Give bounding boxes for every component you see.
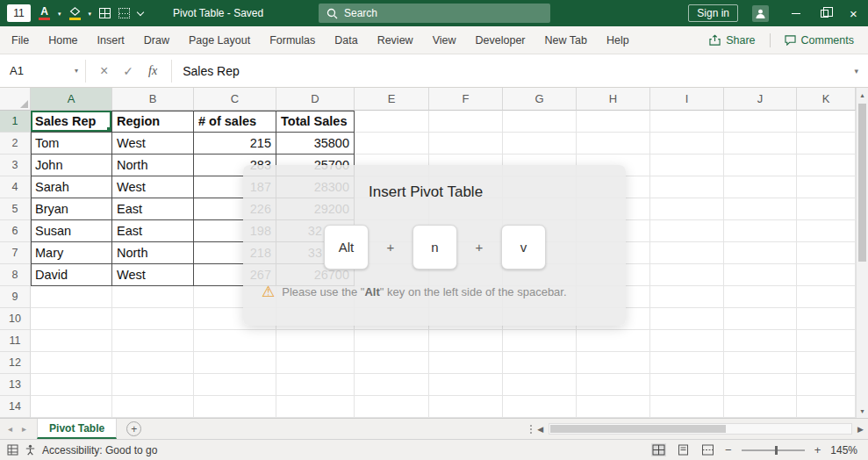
zoom-level[interactable]: 145% <box>830 444 857 456</box>
cell-G2[interactable] <box>503 133 577 155</box>
cell-B3[interactable]: North <box>112 155 194 176</box>
row-header-4[interactable]: 4 <box>0 176 31 198</box>
borders-icon[interactable] <box>99 8 111 18</box>
row-header-13[interactable]: 13 <box>0 374 31 396</box>
tab-page-layout[interactable]: Page Layout <box>179 26 260 54</box>
column-header-B[interactable]: B <box>112 88 194 111</box>
zoom-in-button[interactable]: + <box>814 443 821 456</box>
cell-F12[interactable] <box>429 352 503 374</box>
horizontal-scroll-thumb[interactable] <box>550 425 726 433</box>
cell-E12[interactable] <box>355 352 429 374</box>
comments-button[interactable]: Comments <box>778 32 861 49</box>
font-color-button[interactable]: A <box>39 7 50 20</box>
formula-input[interactable]: Sales Rep <box>172 64 844 78</box>
cell-G14[interactable] <box>503 396 577 418</box>
cell-F11[interactable] <box>429 330 503 352</box>
name-box[interactable]: A1 ▾ <box>0 60 85 83</box>
cell-J13[interactable] <box>724 374 797 396</box>
sheet-nav-left-icon[interactable]: ◂ <box>8 424 12 434</box>
column-header-I[interactable]: I <box>650 88 724 111</box>
cell-J1[interactable] <box>724 111 797 133</box>
cell-K14[interactable] <box>797 396 856 418</box>
cell-H11[interactable] <box>577 330 650 352</box>
scroll-left-icon[interactable]: ◀ <box>537 425 543 434</box>
cell-B7[interactable]: North <box>112 242 194 264</box>
cell-J7[interactable] <box>724 242 797 264</box>
sheet-nav-right-icon[interactable]: ▸ <box>22 424 26 434</box>
cell-H14[interactable] <box>577 396 650 418</box>
column-header-J[interactable]: J <box>724 88 797 111</box>
cell-A13[interactable] <box>31 374 112 396</box>
cell-H1[interactable] <box>577 111 650 133</box>
tab-insert[interactable]: Insert <box>88 26 134 54</box>
cell-J12[interactable] <box>724 352 797 374</box>
cell-I5[interactable] <box>650 198 724 220</box>
cell-J3[interactable] <box>724 155 797 176</box>
cell-A6[interactable]: Susan <box>31 220 112 242</box>
cell-I8[interactable] <box>650 264 724 286</box>
cell-I9[interactable] <box>650 286 724 308</box>
vertical-scroll-thumb[interactable] <box>858 104 866 262</box>
cell-D12[interactable] <box>276 352 355 374</box>
cell-F13[interactable] <box>429 374 503 396</box>
cell-A3[interactable]: John <box>31 155 112 176</box>
row-header-2[interactable]: 2 <box>0 133 31 155</box>
cell-B2[interactable]: West <box>112 133 194 155</box>
cell-J8[interactable] <box>724 264 797 286</box>
row-header-6[interactable]: 6 <box>0 220 31 242</box>
cell-B1[interactable]: Region <box>112 111 194 133</box>
cell-C13[interactable] <box>194 374 276 396</box>
cell-F14[interactable] <box>429 396 503 418</box>
cell-J4[interactable] <box>724 176 797 198</box>
cell-I6[interactable] <box>650 220 724 242</box>
cell-K3[interactable] <box>797 155 856 176</box>
cell-H12[interactable] <box>577 352 650 374</box>
cell-A9[interactable] <box>31 286 112 308</box>
row-header-1[interactable]: 1 <box>0 111 31 133</box>
row-header-3[interactable]: 3 <box>0 155 31 176</box>
cell-B10[interactable] <box>112 308 194 330</box>
cell-J11[interactable] <box>724 330 797 352</box>
cell-G12[interactable] <box>503 352 577 374</box>
page-break-view-button[interactable] <box>700 443 715 456</box>
cell-A5[interactable]: Bryan <box>31 198 112 220</box>
row-header-9[interactable]: 9 <box>0 286 31 308</box>
fill-color-button[interactable] <box>69 7 81 20</box>
formula-bar-expand-icon[interactable]: ▾ <box>844 67 868 75</box>
column-header-G[interactable]: G <box>503 88 577 111</box>
cell-A8[interactable]: David <box>31 264 112 286</box>
close-button[interactable]: × <box>839 0 868 26</box>
scroll-down-icon[interactable]: ▾ <box>857 404 868 418</box>
cell-K2[interactable] <box>797 133 856 155</box>
row-header-11[interactable]: 11 <box>0 330 31 352</box>
add-sheet-button[interactable]: + <box>126 421 141 436</box>
cell-K7[interactable] <box>797 242 856 264</box>
sign-in-button[interactable]: Sign in <box>688 4 738 22</box>
cell-J2[interactable] <box>724 133 797 155</box>
tab-file[interactable]: File <box>2 26 39 54</box>
tab-view[interactable]: View <box>423 26 466 54</box>
cell-K13[interactable] <box>797 374 856 396</box>
cell-K1[interactable] <box>797 111 856 133</box>
cell-C2[interactable]: 215 <box>194 133 276 155</box>
cell-K4[interactable] <box>797 176 856 198</box>
cell-B13[interactable] <box>112 374 194 396</box>
cell-F1[interactable] <box>429 111 503 133</box>
column-header-K[interactable]: K <box>797 88 856 111</box>
cell-A2[interactable]: Tom <box>31 133 112 155</box>
cell-J14[interactable] <box>724 396 797 418</box>
column-header-C[interactable]: C <box>194 88 276 111</box>
cell-C12[interactable] <box>194 352 276 374</box>
cell-B14[interactable] <box>112 396 194 418</box>
cell-I12[interactable] <box>650 352 724 374</box>
cell-J6[interactable] <box>724 220 797 242</box>
share-button[interactable]: Share <box>702 32 762 49</box>
insert-function-icon[interactable]: fx <box>148 64 157 78</box>
row-header-7[interactable]: 7 <box>0 242 31 264</box>
row-header-12[interactable]: 12 <box>0 352 31 374</box>
cell-D1[interactable]: Total Sales <box>276 111 355 133</box>
cell-C1[interactable]: # of sales <box>194 111 276 133</box>
row-header-10[interactable]: 10 <box>0 308 31 330</box>
cell-I4[interactable] <box>650 176 724 198</box>
cell-A12[interactable] <box>31 352 112 374</box>
